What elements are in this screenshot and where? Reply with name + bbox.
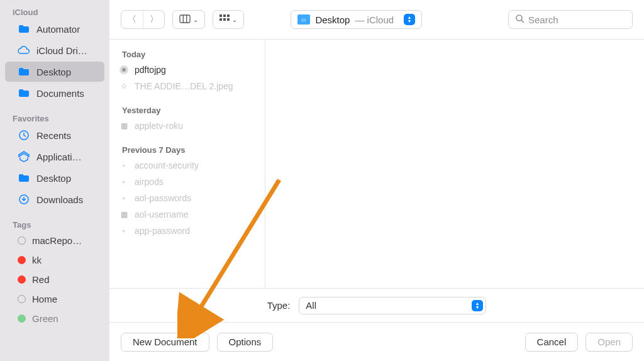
group-header: Previous 7 Days	[109, 140, 265, 157]
sidebar-item-downloads[interactable]: Downloads	[5, 189, 104, 209]
svg-rect-8	[227, 18, 230, 21]
nav-buttons: 〈 〉	[121, 10, 165, 29]
updown-icon: ▴▾	[472, 300, 483, 311]
folder-icon	[18, 172, 30, 184]
sidebar-item-label: Red	[32, 274, 50, 285]
sidebar: iCloud Automator iCloud Dri… Desktop Doc…	[0, 0, 109, 361]
tag-icon	[18, 275, 26, 284]
folder-icon: ▭	[297, 14, 310, 25]
back-button[interactable]: 〈	[121, 11, 143, 28]
new-document-button[interactable]: New Document	[121, 333, 209, 352]
folder-icon	[18, 87, 30, 99]
chevron-down-icon: ⌄	[232, 16, 237, 23]
group-header: Yesterday	[109, 101, 265, 118]
tag-icon	[18, 236, 26, 245]
file-name: pdftojpg	[135, 65, 166, 75]
sidebar-tag-green[interactable]: Green	[5, 309, 104, 328]
sidebar-tag-red[interactable]: Red	[5, 270, 104, 289]
sidebar-tag-kk[interactable]: kk	[5, 251, 104, 269]
options-button[interactable]: Options	[217, 333, 274, 352]
file-row[interactable]: ▫ aol-passwords	[109, 190, 265, 206]
chevron-down-icon: ⌄	[193, 16, 198, 23]
cancel-button[interactable]: Cancel	[525, 333, 579, 352]
sidebar-section-tags: Tags	[0, 218, 109, 231]
chevron-right-icon: 〉	[150, 14, 158, 25]
svg-rect-4	[223, 14, 226, 17]
columns-view-button[interactable]: ⌄	[173, 11, 204, 28]
file-row[interactable]: ▫ account-security	[109, 157, 265, 174]
sidebar-item-desktop-fav[interactable]: Desktop	[5, 168, 104, 188]
sidebar-item-applications[interactable]: Applicati…	[5, 147, 104, 167]
file-row[interactable]: ☆ THE ADDIE…DEL 2.jpeg	[109, 78, 265, 94]
group-header: Today	[109, 45, 265, 62]
file-row[interactable]: ▫ airpods	[109, 174, 265, 190]
search-field[interactable]: Search	[508, 10, 633, 29]
image-icon: ▫	[118, 160, 130, 171]
apps-icon	[18, 150, 30, 163]
sidebar-item-label: Applicati…	[36, 152, 82, 162]
sidebar-item-label: macRepo…	[32, 235, 82, 246]
automator-icon	[118, 64, 130, 75]
sidebar-item-desktop[interactable]: Desktop	[5, 62, 104, 82]
path-dropdown[interactable]: ▭ Desktop — iCloud ▴▾	[291, 10, 422, 29]
svg-rect-5	[227, 14, 230, 17]
sidebar-item-recents[interactable]: Recents	[5, 125, 104, 145]
type-bar: Type: All ▴▾	[109, 288, 644, 322]
search-icon	[515, 14, 525, 25]
group-menu[interactable]: ⌄	[213, 10, 244, 29]
sidebar-item-label: iCloud Dri…	[36, 45, 87, 56]
sidebar-item-label: Home	[32, 294, 57, 304]
sidebar-item-icloud-drive[interactable]: iCloud Dri…	[5, 40, 104, 60]
svg-point-11	[122, 68, 126, 72]
forward-button[interactable]: 〉	[143, 11, 164, 28]
updown-icon: ▴▾	[404, 14, 415, 25]
sidebar-item-label: Desktop	[36, 173, 71, 184]
file-row[interactable]: pdftojpg	[109, 62, 265, 78]
tag-icon	[18, 256, 26, 264]
sidebar-item-documents[interactable]: Documents	[5, 83, 104, 103]
folder-icon	[18, 23, 30, 35]
folder-icon	[18, 65, 30, 78]
file-list[interactable]: Today pdftojpg ☆ THE ADDIE…DEL 2.jpeg Ye…	[109, 40, 265, 288]
image-icon: ▫	[118, 176, 130, 187]
image-icon: ☆	[118, 81, 130, 92]
search-placeholder: Search	[528, 14, 558, 25]
type-label: Type:	[267, 300, 291, 311]
file-name: account-security	[135, 160, 199, 170]
file-name: app-password	[135, 226, 190, 236]
type-popup[interactable]: All ▴▾	[299, 297, 486, 314]
sidebar-tag-home[interactable]: Home	[5, 290, 104, 308]
tag-icon	[18, 295, 26, 303]
image-icon: ▦	[118, 209, 130, 220]
main-panel: 〈 〉 ⌄ ⌄ ▭ Desktop — iCloud ▴▾	[109, 0, 644, 361]
svg-rect-2	[180, 15, 190, 23]
type-value: All	[306, 300, 316, 311]
clock-icon	[18, 129, 30, 142]
sidebar-item-automator[interactable]: Automator	[5, 19, 104, 39]
file-row[interactable]: ▦ appletv-roku	[109, 118, 265, 134]
sidebar-item-label: Downloads	[36, 194, 83, 205]
sidebar-item-label: Recents	[36, 130, 71, 141]
sidebar-tag-macrepo[interactable]: macRepo…	[5, 231, 104, 250]
toolbar: 〈 〉 ⌄ ⌄ ▭ Desktop — iCloud ▴▾	[109, 0, 644, 39]
file-row[interactable]: ▫ app-password	[109, 223, 265, 239]
file-name: appletv-roku	[135, 121, 183, 131]
preview-pane	[265, 40, 644, 288]
sidebar-item-label: Desktop	[36, 67, 71, 77]
file-row[interactable]: ▦ aol-username	[109, 206, 265, 223]
path-suffix: — iCloud	[355, 14, 394, 25]
bottom-bar: New Document Options Cancel Open	[109, 322, 644, 361]
svg-rect-3	[219, 14, 222, 17]
group-button[interactable]: ⌄	[213, 11, 243, 28]
download-icon	[18, 193, 30, 206]
sidebar-section-icloud: iCloud	[0, 5, 109, 18]
svg-rect-6	[219, 18, 222, 21]
chevron-left-icon: 〈	[128, 14, 136, 25]
svg-point-9	[516, 15, 522, 21]
path-name: Desktop	[315, 14, 350, 25]
open-button[interactable]: Open	[586, 333, 633, 352]
file-name: aol-passwords	[135, 193, 191, 203]
view-mode-columns[interactable]: ⌄	[172, 10, 205, 29]
image-icon: ▫	[118, 192, 130, 204]
file-name: airpods	[135, 177, 164, 187]
